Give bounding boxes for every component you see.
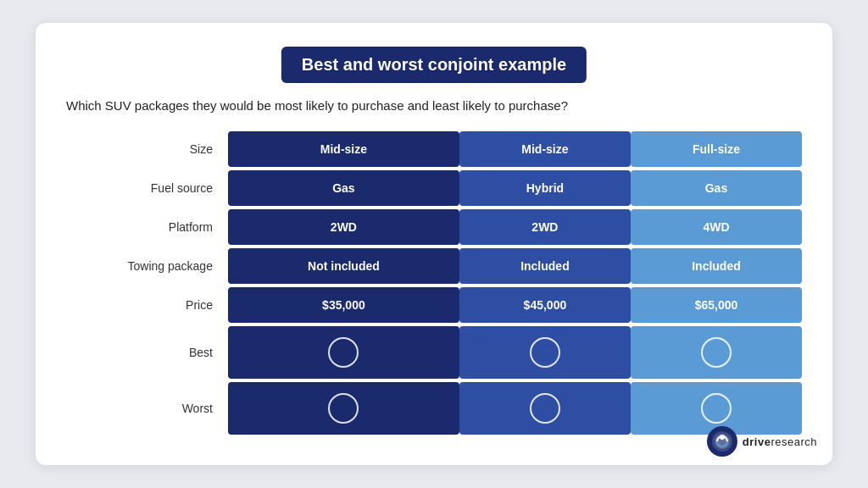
table-cell-2-0: 2WD <box>228 209 459 245</box>
brand-icon <box>710 430 734 453</box>
table-cell-2-1: 2WD <box>459 209 631 245</box>
table-cell-4-2: $65,000 <box>631 287 802 323</box>
table-cell-4-1: $45,000 <box>459 287 631 323</box>
brand-name: driveresearch <box>743 435 817 448</box>
table-cell-4-0: $35,000 <box>228 287 459 323</box>
table-cell-0-1: Mid-size <box>459 131 631 167</box>
svg-point-2 <box>720 435 725 440</box>
comparison-table: SizeMid-sizeMid-sizeFull-sizeFuel source… <box>66 128 802 438</box>
table-cell-3-1: Included <box>459 248 631 284</box>
row-label-4: Price <box>66 287 228 323</box>
table-cell-1-1: Hybrid <box>459 170 631 206</box>
table-cell-1-2: Gas <box>631 170 802 206</box>
worst-circle-1[interactable] <box>530 393 560 424</box>
row-label-3: Towing package <box>66 248 228 284</box>
table-cell-5-1[interactable] <box>459 326 631 379</box>
row-label-6: Worst <box>66 382 228 435</box>
table-cell-3-0: Not included <box>228 248 459 284</box>
table-cell-6-1[interactable] <box>459 382 631 435</box>
row-label-0: Size <box>66 131 228 167</box>
table-cell-5-2[interactable] <box>631 326 802 379</box>
title-bar: Best and worst conjoint example <box>281 47 587 83</box>
best-circle-0[interactable] <box>328 337 359 368</box>
table-cell-5-0[interactable] <box>228 326 459 379</box>
table-cell-0-0: Mid-size <box>228 131 459 167</box>
table-cell-1-0: Gas <box>228 170 459 206</box>
best-circle-2[interactable] <box>701 337 732 368</box>
row-label-5: Best <box>66 326 228 379</box>
brand-light: research <box>771 435 817 448</box>
table-cell-2-2: 4WD <box>631 209 802 245</box>
table-cell-6-0[interactable] <box>228 382 459 435</box>
row-label-1: Fuel source <box>66 170 228 206</box>
branding: driveresearch <box>707 426 817 457</box>
table-cell-3-2: Included <box>631 248 802 284</box>
brand-bold: drive <box>743 435 771 448</box>
worst-circle-0[interactable] <box>328 393 359 424</box>
brand-logo <box>707 426 737 457</box>
table-cell-0-2: Full-size <box>631 131 802 167</box>
worst-circle-2[interactable] <box>701 393 732 424</box>
best-circle-1[interactable] <box>530 337 560 368</box>
subtitle-text: Which SUV packages they would be most li… <box>66 98 802 113</box>
row-label-2: Platform <box>66 209 228 245</box>
main-card: Best and worst conjoint example Which SU… <box>36 23 832 465</box>
title-text: Best and worst conjoint example <box>302 55 566 74</box>
